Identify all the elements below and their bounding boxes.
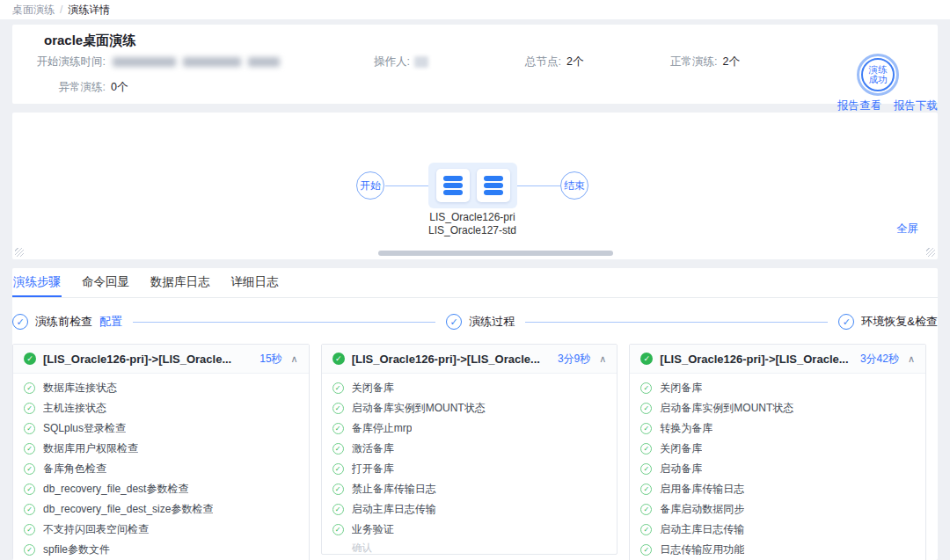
item-label: 转换为备库 [660,421,712,436]
item-label: 启用备库传输日志 [660,482,744,497]
list-item: ✓启动备库实例到MOUNT状态 [332,398,607,418]
list-item: ✓日志传输应用功能 [640,540,915,560]
card-duration: 3分42秒 [860,352,899,367]
flow-connector-2 [517,185,560,186]
badge-line2: 成功 [869,75,888,85]
normal-drill-value: 2个 [722,55,739,69]
resize-grip-right-icon[interactable] [926,248,935,257]
card-header[interactable]: ✓ [LIS_Oracle126-pri]->[LIS_Oracle... 3分… [322,345,618,374]
check-circle-icon: ✓ [24,504,35,515]
page-title: oracle桌面演练 [44,33,135,49]
card-duration: 15秒 [259,352,281,367]
config-link[interactable]: 配置 [99,314,122,330]
drill-detail-panel: 演练步骤 命令回显 数据库日志 详细日志 ✓ 演练前检查 配置 ✓ 演练过程 ✓… [12,268,938,560]
phase-connector [525,322,828,323]
card-item-list: ✓关闭备库 ✓启动备库实例到MOUNT状态 ✓备库停止mrp ✓激活备库 ✓打开… [322,374,618,555]
list-item: ✓备库停止mrp [332,418,607,439]
drill-success-badge: 演练 成功 [857,54,899,96]
flow-start-node: 开始 [356,171,384,200]
list-item: ✓spfile参数文件 [24,540,298,560]
report-download-link[interactable]: 报告下载 [894,98,938,113]
item-label: 备库启动数据同步 [660,502,744,517]
report-view-link[interactable]: 报告查看 [837,98,881,113]
list-item: ✓启动备库 [640,459,915,479]
drill-success-badge-text: 演练 成功 [861,58,895,91]
flow-end-node: 结束 [560,171,588,200]
check-circle-icon: ✓ [332,443,344,455]
list-item: ✓SQLplus登录检查 [24,418,298,439]
tab-database-log[interactable]: 数据库日志 [150,268,211,297]
step-card-restore: ✓ [LIS_Oracle126-pri]->[LIS_Oracle... 3分… [629,344,926,560]
item-label: 不支持闪回表空间检查 [43,522,149,537]
phase-precheck-label: 演练前检查 [35,314,92,330]
db-node-standby[interactable] [477,169,510,202]
item-label: db_recovery_file_dest参数检查 [43,482,188,497]
success-circle-icon: ✓ [640,353,653,365]
item-label: 启动主库日志传输 [352,502,436,517]
check-circle-icon: ✓ [640,423,652,434]
card-title: [LIS_Oracle126-pri]->[LIS_Oracle... [660,353,853,366]
fullscreen-link[interactable]: 全屏 [896,222,918,236]
card-title: [LIS_Oracle126-pri]->[LIS_Oracle... [352,353,551,366]
check-circle-icon: ✓ [640,484,652,495]
list-item: ✓数据库用户权限检查 [24,439,298,459]
check-circle-icon: ✓ [24,524,35,535]
breadcrumb-current: 演练详情 [68,3,110,18]
collapse-icon[interactable]: ∧ [599,353,606,365]
phase-steps: ✓ 演练前检查 配置 ✓ 演练过程 ✓ 环境恢复&检查 [12,312,938,331]
card-header[interactable]: ✓ [LIS_Oracle126-pri]->[LIS_Oracle... 3分… [630,345,925,374]
list-item: ✓启动主库日志传输 [640,520,915,540]
step-card-process: ✓ [LIS_Oracle126-pri]->[LIS_Oracle... 3分… [321,344,618,555]
list-item: ✓转换为备库 [640,418,915,439]
list-item: ✓主机连接状态 [24,398,298,418]
phase-restore-label: 环境恢复&检查 [861,314,938,330]
tab-command-echo[interactable]: 命令回显 [81,268,130,297]
check-circle-icon: ✓ [24,463,35,475]
breadcrumb-parent[interactable]: 桌面演练 [12,3,55,18]
check-circle-icon: ✓ [24,403,35,414]
topology-panel: 开始 结束 LIS_Oracle126-pri LIS_Oracle127-st… [12,113,938,259]
item-label: 启动备库实例到MOUNT状态 [660,401,793,416]
operator-label: 操作人: [374,55,410,69]
resize-grip-left-icon[interactable] [15,248,24,257]
check-circle-icon: ✓ [640,443,652,455]
item-label: 备库角色检查 [43,462,106,476]
check-circle-icon: ✓ [640,382,652,394]
step-card-precheck: ✓ [LIS_Oracle126-pri]->[LIS_Oracle... 15… [12,344,310,560]
start-time-redacted-2 [183,57,241,67]
horizontal-scrollbar[interactable] [378,251,613,256]
tab-detail-log[interactable]: 详细日志 [230,268,280,297]
item-label: 日志传输应用功能 [660,542,744,557]
item-label: 激活备库 [352,441,394,456]
card-header[interactable]: ✓ [LIS_Oracle126-pri]->[LIS_Oracle... 15… [13,345,309,374]
phase-process: ✓ 演练过程 [446,314,515,330]
start-time-redacted-3 [248,57,280,67]
start-time-field: 开始演练时间: [26,55,280,69]
flow-db-node-group[interactable] [428,163,517,208]
list-item: ✓备库启动数据同步 [640,499,915,520]
drill-summary-card: oracle桌面演练 开始演练时间: 操作人: 总节点: 2个 正常演练: 2个… [12,25,938,104]
database-icon [484,176,503,195]
tab-drill-steps[interactable]: 演练步骤 [12,268,62,297]
item-label: SQLplus登录检查 [43,421,126,436]
item-label: 数据库用户权限检查 [43,441,138,456]
item-label: 关闭备库 [352,381,394,396]
collapse-icon[interactable]: ∧ [291,353,298,365]
check-circle-icon: ✓ [640,463,652,475]
check-circle-icon: ✓ [24,443,35,455]
check-circle-icon: ✓ [332,484,344,495]
node-label-standby: LIS_Oracle127-std [384,224,560,237]
check-circle-icon: ✓ [332,524,344,535]
item-label: 打开备库 [352,462,394,476]
db-node-primary[interactable] [436,169,470,202]
check-circle-icon: ✓ [838,314,854,330]
confirm-note: 确认 [332,540,607,555]
list-item: ✓启用备库传输日志 [640,479,915,499]
list-item: ✓禁止备库传输日志 [332,479,607,499]
list-item: ✓激活备库 [332,439,607,459]
card-item-list: ✓关闭备库 ✓启动备库实例到MOUNT状态 ✓转换为备库 ✓关闭备库 ✓启动备库… [630,374,925,560]
list-item: ✓不支持闪回表空间检查 [24,520,298,540]
check-circle-icon: ✓ [24,423,35,434]
item-label: 关闭备库 [660,441,702,456]
collapse-icon[interactable]: ∧ [908,353,915,365]
